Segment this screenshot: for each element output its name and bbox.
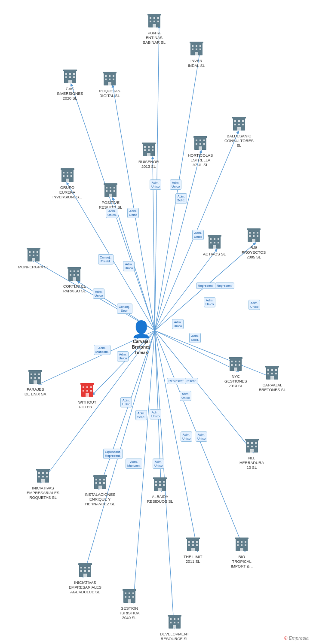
svg-rect-199 <box>95 479 97 480</box>
company-node-development[interactable]: DEVELOPMENT RESOURCE SL <box>160 614 189 641</box>
role-badge-24[interactable]: Adm. Unico <box>181 431 192 442</box>
company-node-baldesanic[interactable]: BALDESANIC CONSULTORES SL <box>224 116 254 148</box>
svg-rect-203 <box>99 482 101 484</box>
role-badge-13[interactable]: Adm. Unico <box>249 300 260 310</box>
company-node-gestion_turistica[interactable]: GESTION TURISTICA 2040 SL <box>119 588 140 620</box>
svg-rect-61 <box>108 82 111 85</box>
role-badge-22[interactable]: Adm. Solid. <box>135 410 147 420</box>
role-badge-16[interactable]: Adm. Mancom. <box>94 345 110 355</box>
role-badge-21[interactable]: Adm. Unico <box>120 397 132 407</box>
role-badge-15[interactable]: Adm. Solid. <box>189 333 201 343</box>
role-badge-10[interactable]: Represent. <box>196 283 215 289</box>
svg-rect-131 <box>253 235 255 237</box>
svg-rect-185 <box>251 446 253 447</box>
svg-rect-83 <box>148 146 150 148</box>
svg-rect-191 <box>42 472 44 474</box>
company-node-cortijo[interactable]: CORTIJO EL PARAISO SL <box>63 266 86 294</box>
svg-rect-160 <box>270 376 274 380</box>
company-node-parajes[interactable]: PARAJES DE ENIX SA <box>25 369 46 397</box>
company-node-instalaciones[interactable]: INSTALACIONES ENRIQUE Y HERNANDEZ SL <box>85 474 115 506</box>
role-badge-0[interactable]: Adm. Unico. <box>106 208 118 218</box>
role-badge-11[interactable]: Represent. <box>215 283 234 289</box>
svg-rect-158 <box>271 373 273 374</box>
company-node-albaida[interactable]: ALBAIDA RESIDUOS SL <box>147 477 173 504</box>
svg-rect-97 <box>66 179 69 182</box>
svg-rect-239 <box>84 570 86 572</box>
company-node-carvajal_bretones[interactable]: CARVAJAL BRETONES SL <box>259 365 286 392</box>
svg-rect-48 <box>73 73 75 75</box>
svg-rect-182 <box>251 442 253 444</box>
role-badge-5[interactable]: Adm. Unico <box>192 230 204 240</box>
role-badge-4[interactable]: Adm. Solid. <box>175 193 187 204</box>
company-node-ruisenor[interactable]: RUISEÑOR 2013 SL <box>138 142 159 169</box>
svg-rect-72 <box>193 136 207 138</box>
role-badge-17[interactable]: Adm. Unico <box>117 351 129 361</box>
company-label: HORTICOLAS ESTRELLA AZUL SL <box>188 153 213 167</box>
svg-rect-141 <box>218 242 219 243</box>
role-badge-9[interactable]: Consej.. Seor. <box>117 304 132 314</box>
company-node-nyc[interactable]: NYC GESTIONES 2013 SL <box>224 356 247 388</box>
svg-rect-259 <box>173 625 176 629</box>
svg-rect-225 <box>235 538 249 539</box>
svg-rect-230 <box>241 544 242 546</box>
network-svg <box>0 0 313 644</box>
company-node-gvg[interactable]: GVG INVERSIONES 2020 SL <box>57 69 83 100</box>
building-icon <box>247 228 261 245</box>
svg-rect-151 <box>234 368 237 371</box>
company-node-roquetas[interactable]: ROQUETAS DIGITAL SL <box>99 71 120 98</box>
role-badge-14[interactable]: Adm. Unico <box>172 319 184 329</box>
company-node-bio_tropical[interactable]: BIO TROPICAL IMPORT &... <box>231 537 253 568</box>
role-badge-26[interactable]: Liquidador. Represent. <box>103 449 123 459</box>
person-node[interactable]: 👤 Carvajal Bretones Tomas <box>131 320 151 355</box>
svg-rect-202 <box>95 482 97 484</box>
svg-rect-254 <box>174 618 175 620</box>
svg-rect-238 <box>80 570 82 572</box>
company-node-positive[interactable]: POSITIVE RESULTS SL <box>99 182 122 210</box>
role-badge-3[interactable]: Adm. Unico <box>170 179 181 190</box>
role-badge-28[interactable]: Adm. Unico <box>153 459 164 469</box>
company-node-without_filter[interactable]: WITHOUT FILTER... <box>78 382 96 410</box>
svg-rect-43 <box>195 52 198 55</box>
building-icon <box>190 41 203 58</box>
svg-rect-111 <box>37 251 38 253</box>
role-badge-19[interactable]: resent. <box>185 378 198 384</box>
role-badge-8[interactable]: Adm. Unico <box>93 289 104 299</box>
role-badge-2[interactable]: Adm. Unico <box>150 179 161 190</box>
role-badge-12[interactable]: Adm. Unico <box>204 297 215 307</box>
company-node-grupo_eureka[interactable]: GRUPO EUREKA INVERSIONES... <box>52 167 82 199</box>
company-node-rj8[interactable]: RJ8 PROYECTOS 2005 SL <box>242 228 266 259</box>
company-node-nll[interactable]: NLL HERRADURA 10 SL <box>239 438 264 470</box>
svg-rect-172 <box>83 386 84 388</box>
svg-rect-249 <box>132 596 134 598</box>
role-badge-20[interactable]: Adm. Unico <box>180 391 191 401</box>
svg-rect-110 <box>33 251 34 253</box>
svg-rect-77 <box>199 143 201 145</box>
company-node-the_limit[interactable]: THE LIMIT 2011 SL <box>184 537 203 564</box>
svg-rect-169 <box>34 380 37 384</box>
role-badge-23[interactable]: Adm. Unico <box>150 409 161 419</box>
svg-rect-101 <box>110 187 111 188</box>
svg-rect-208 <box>155 481 157 483</box>
role-badge-27[interactable]: Adm. Mancom. <box>126 459 142 469</box>
company-label: CORTIJO EL PARAISO SL <box>63 284 86 294</box>
company-node-punta[interactable]: PUNTA ENTINAS SABINAR SL <box>143 13 166 45</box>
svg-rect-175 <box>83 390 84 392</box>
company-node-iniciativas_agu[interactable]: INICIATIVAS EMPRESARIALES AGUADULCE SL <box>69 562 101 594</box>
company-node-inver[interactable]: INVER INDAL SL <box>188 41 205 68</box>
role-badge-18[interactable]: Represent. <box>167 378 186 384</box>
company-node-horticolas[interactable]: HORTICOLAS ESTRELLA AZUL SL <box>188 135 213 167</box>
role-badge-1[interactable]: Adm. Unico <box>127 208 139 218</box>
company-node-monfergra[interactable]: MONFERGRA SL <box>18 247 49 270</box>
role-badge-7[interactable]: Adm. Unico <box>123 261 135 271</box>
role-badge-6[interactable]: Consej.. Presid. <box>98 254 114 264</box>
svg-rect-241 <box>83 574 87 577</box>
svg-rect-171 <box>80 383 94 385</box>
company-label: INICIATIVAS EMPRESARIALES AGUADULCE SL <box>69 580 101 594</box>
company-label: RUISEÑOR 2013 SL <box>138 160 159 169</box>
company-node-iniciativas_roq[interactable]: INICIATIVAS EMPRESARIALES ROQUETAS SL <box>27 468 59 500</box>
svg-rect-40 <box>192 49 193 50</box>
svg-rect-162 <box>28 370 42 372</box>
role-badge-25[interactable]: Adm. Unico <box>196 431 207 442</box>
company-node-activos[interactable]: ACTIVOS SL <box>203 234 226 257</box>
svg-rect-180 <box>245 439 259 440</box>
